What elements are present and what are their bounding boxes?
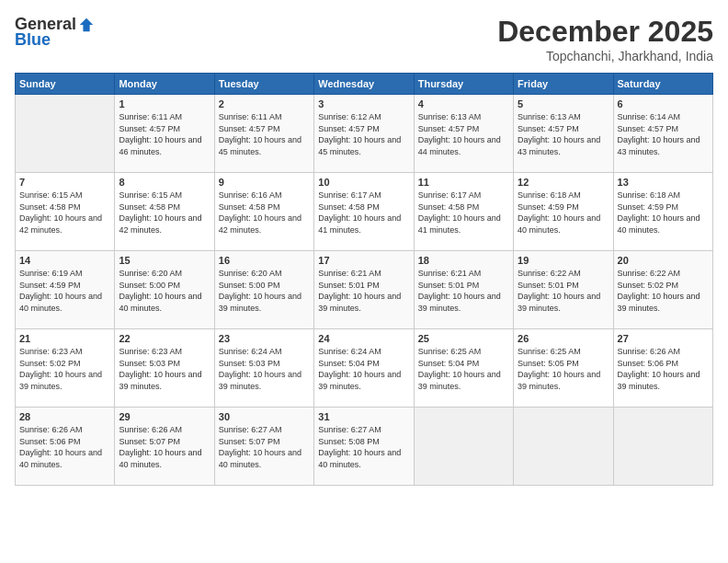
day-number: 22 (119, 333, 210, 344)
day-number: 19 (518, 255, 609, 266)
day-header-friday: Friday (514, 74, 613, 95)
day-number: 4 (418, 98, 509, 109)
day-info: Sunrise: 6:21 AMSunset: 5:01 PMDaylight:… (418, 268, 509, 314)
day-number: 18 (418, 255, 509, 266)
day-info: Sunrise: 6:25 AMSunset: 5:05 PMDaylight:… (518, 346, 609, 392)
calendar-cell: 13Sunrise: 6:18 AMSunset: 4:59 PMDayligh… (613, 173, 712, 251)
day-number: 9 (219, 177, 310, 188)
calendar-cell: 7Sunrise: 6:15 AMSunset: 4:58 PMDaylight… (16, 173, 115, 251)
day-info: Sunrise: 6:19 AMSunset: 4:59 PMDaylight:… (19, 268, 110, 314)
header: General Blue December 2025 Topchanchi, J… (15, 15, 713, 63)
day-info: Sunrise: 6:26 AMSunset: 5:06 PMDaylight:… (618, 346, 709, 392)
location: Topchanchi, Jharkhand, India (497, 49, 713, 63)
calendar-week-4: 21Sunrise: 6:23 AMSunset: 5:02 PMDayligh… (16, 329, 713, 408)
day-number: 27 (618, 333, 709, 344)
day-info: Sunrise: 6:16 AMSunset: 4:58 PMDaylight:… (219, 190, 310, 236)
calendar-cell: 6Sunrise: 6:14 AMSunset: 4:57 PMDaylight… (613, 95, 712, 173)
day-info: Sunrise: 6:17 AMSunset: 4:58 PMDaylight:… (318, 190, 409, 236)
day-info: Sunrise: 6:13 AMSunset: 4:57 PMDaylight:… (518, 111, 609, 157)
day-info: Sunrise: 6:20 AMSunset: 5:00 PMDaylight:… (119, 268, 210, 314)
day-number: 12 (518, 177, 609, 188)
day-header-monday: Monday (115, 74, 214, 95)
day-info: Sunrise: 6:15 AMSunset: 4:58 PMDaylight:… (19, 190, 110, 236)
day-number: 7 (19, 177, 110, 188)
calendar-cell (514, 408, 613, 486)
page: General Blue December 2025 Topchanchi, J… (0, 0, 728, 563)
calendar-cell: 18Sunrise: 6:21 AMSunset: 5:01 PMDayligh… (414, 251, 513, 329)
day-number: 31 (318, 411, 409, 422)
day-header-thursday: Thursday (414, 74, 513, 95)
calendar-cell (16, 95, 115, 173)
day-number: 26 (518, 333, 609, 344)
day-info: Sunrise: 6:22 AMSunset: 5:02 PMDaylight:… (618, 268, 709, 314)
logo-icon (78, 17, 95, 33)
calendar-cell: 12Sunrise: 6:18 AMSunset: 4:59 PMDayligh… (514, 173, 613, 251)
title-section: December 2025 Topchanchi, Jharkhand, Ind… (497, 15, 713, 63)
day-header-sunday: Sunday (16, 74, 115, 95)
calendar-cell: 5Sunrise: 6:13 AMSunset: 4:57 PMDaylight… (514, 95, 613, 173)
logo-blue: Blue (15, 30, 51, 50)
day-info: Sunrise: 6:15 AMSunset: 4:58 PMDaylight:… (119, 190, 210, 236)
day-info: Sunrise: 6:12 AMSunset: 4:57 PMDaylight:… (318, 111, 409, 157)
day-header-wednesday: Wednesday (314, 74, 414, 95)
day-info: Sunrise: 6:14 AMSunset: 4:57 PMDaylight:… (618, 111, 709, 157)
day-info: Sunrise: 6:22 AMSunset: 5:01 PMDaylight:… (518, 268, 609, 314)
day-info: Sunrise: 6:23 AMSunset: 5:03 PMDaylight:… (119, 346, 210, 392)
calendar-cell: 10Sunrise: 6:17 AMSunset: 4:58 PMDayligh… (314, 173, 414, 251)
day-info: Sunrise: 6:27 AMSunset: 5:07 PMDaylight:… (219, 424, 310, 470)
calendar-cell: 22Sunrise: 6:23 AMSunset: 5:03 PMDayligh… (115, 329, 214, 408)
day-info: Sunrise: 6:26 AMSunset: 5:06 PMDaylight:… (19, 424, 110, 470)
calendar-table: SundayMondayTuesdayWednesdayThursdayFrid… (15, 73, 713, 486)
calendar-cell: 30Sunrise: 6:27 AMSunset: 5:07 PMDayligh… (214, 408, 313, 486)
day-number: 1 (119, 98, 210, 109)
day-info: Sunrise: 6:20 AMSunset: 5:00 PMDaylight:… (219, 268, 310, 314)
day-number: 30 (219, 411, 310, 422)
day-number: 29 (119, 411, 210, 422)
day-info: Sunrise: 6:21 AMSunset: 5:01 PMDaylight:… (318, 268, 409, 314)
calendar-cell: 19Sunrise: 6:22 AMSunset: 5:01 PMDayligh… (514, 251, 613, 329)
calendar-cell: 28Sunrise: 6:26 AMSunset: 5:06 PMDayligh… (16, 408, 115, 486)
day-number: 21 (19, 333, 110, 344)
calendar-cell: 23Sunrise: 6:24 AMSunset: 5:03 PMDayligh… (214, 329, 313, 408)
day-number: 10 (318, 177, 409, 188)
calendar-cell: 20Sunrise: 6:22 AMSunset: 5:02 PMDayligh… (613, 251, 712, 329)
calendar-week-1: 1Sunrise: 6:11 AMSunset: 4:57 PMDaylight… (16, 95, 713, 173)
day-number: 14 (19, 255, 110, 266)
day-number: 6 (618, 98, 709, 109)
day-info: Sunrise: 6:18 AMSunset: 4:59 PMDaylight:… (618, 190, 709, 236)
day-number: 5 (518, 98, 609, 109)
day-info: Sunrise: 6:23 AMSunset: 5:02 PMDaylight:… (19, 346, 110, 392)
calendar-cell: 2Sunrise: 6:11 AMSunset: 4:57 PMDaylight… (214, 95, 313, 173)
day-number: 2 (219, 98, 310, 109)
calendar-cell: 31Sunrise: 6:27 AMSunset: 5:08 PMDayligh… (314, 408, 414, 486)
calendar-cell: 15Sunrise: 6:20 AMSunset: 5:00 PMDayligh… (115, 251, 214, 329)
calendar-cell: 11Sunrise: 6:17 AMSunset: 4:58 PMDayligh… (414, 173, 513, 251)
day-info: Sunrise: 6:11 AMSunset: 4:57 PMDaylight:… (219, 111, 310, 157)
calendar-cell: 26Sunrise: 6:25 AMSunset: 5:05 PMDayligh… (514, 329, 613, 408)
calendar-week-2: 7Sunrise: 6:15 AMSunset: 4:58 PMDaylight… (16, 173, 713, 251)
calendar-cell: 3Sunrise: 6:12 AMSunset: 4:57 PMDaylight… (314, 95, 414, 173)
svg-marker-0 (80, 17, 93, 30)
calendar-cell: 17Sunrise: 6:21 AMSunset: 5:01 PMDayligh… (314, 251, 414, 329)
day-info: Sunrise: 6:18 AMSunset: 4:59 PMDaylight:… (518, 190, 609, 236)
day-number: 23 (219, 333, 310, 344)
calendar-cell (613, 408, 712, 486)
calendar-cell (414, 408, 513, 486)
day-info: Sunrise: 6:27 AMSunset: 5:08 PMDaylight:… (318, 424, 409, 470)
day-info: Sunrise: 6:24 AMSunset: 5:03 PMDaylight:… (219, 346, 310, 392)
calendar-cell: 8Sunrise: 6:15 AMSunset: 4:58 PMDaylight… (115, 173, 214, 251)
day-info: Sunrise: 6:24 AMSunset: 5:04 PMDaylight:… (318, 346, 409, 392)
day-header-saturday: Saturday (613, 74, 712, 95)
calendar-header-row: SundayMondayTuesdayWednesdayThursdayFrid… (16, 74, 713, 95)
day-number: 20 (618, 255, 709, 266)
calendar-cell: 24Sunrise: 6:24 AMSunset: 5:04 PMDayligh… (314, 329, 414, 408)
day-number: 28 (19, 411, 110, 422)
calendar-cell: 4Sunrise: 6:13 AMSunset: 4:57 PMDaylight… (414, 95, 513, 173)
day-info: Sunrise: 6:11 AMSunset: 4:57 PMDaylight:… (119, 111, 210, 157)
month-title: December 2025 (497, 15, 713, 49)
day-info: Sunrise: 6:13 AMSunset: 4:57 PMDaylight:… (418, 111, 509, 157)
day-number: 13 (618, 177, 709, 188)
day-info: Sunrise: 6:25 AMSunset: 5:04 PMDaylight:… (418, 346, 509, 392)
day-number: 15 (119, 255, 210, 266)
calendar-cell: 1Sunrise: 6:11 AMSunset: 4:57 PMDaylight… (115, 95, 214, 173)
